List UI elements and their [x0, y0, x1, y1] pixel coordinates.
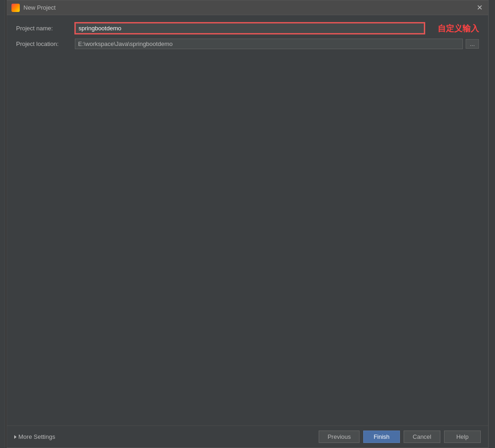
dialog-title-text: New Project — [23, 4, 56, 11]
project-name-input[interactable] — [75, 23, 425, 34]
project-name-row: Project name: 自定义输入 — [16, 23, 479, 34]
browse-button[interactable]: ... — [466, 39, 479, 49]
dialog-content: Project name: 自定义输入 Project location: ..… — [7, 15, 488, 425]
dialog-title: New Project — [11, 4, 56, 12]
project-location-row: Project location: ... — [16, 39, 479, 49]
finish-button[interactable]: Finish — [363, 431, 400, 443]
dialog-footer: More Settings Previous Finish Cancel Hel… — [7, 425, 488, 448]
more-settings-toggle[interactable]: More Settings — [14, 433, 55, 440]
project-location-input[interactable] — [75, 39, 463, 49]
more-settings-label: More Settings — [18, 433, 55, 440]
cancel-button[interactable]: Cancel — [404, 431, 440, 443]
project-name-label: Project name: — [16, 25, 71, 32]
new-project-dialog: New Project ✕ Project name: 自定义输入 Projec… — [6, 0, 489, 448]
previous-button[interactable]: Previous — [319, 431, 360, 443]
project-name-input-wrap — [75, 23, 425, 34]
more-settings-triangle-icon — [14, 435, 17, 439]
help-button[interactable]: Help — [444, 431, 481, 443]
project-location-input-wrap: ... — [75, 39, 479, 49]
intellij-icon — [11, 4, 20, 12]
close-button[interactable]: ✕ — [475, 4, 484, 12]
project-location-label: Project location: — [16, 40, 71, 47]
footer-buttons: Previous Finish Cancel Help — [319, 431, 481, 443]
main-content-area — [16, 54, 479, 418]
annotation-label: 自定义输入 — [438, 23, 479, 34]
dialog-titlebar: New Project ✕ — [7, 0, 488, 15]
project-name-label-text: Project name: — [16, 25, 53, 32]
project-location-label-text: Project location: — [16, 40, 59, 47]
